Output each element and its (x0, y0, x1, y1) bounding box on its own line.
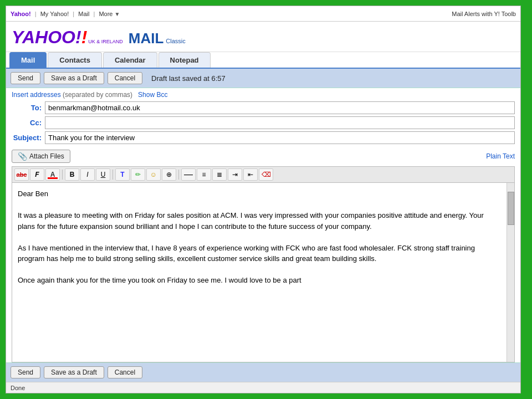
rte-highlight-btn[interactable]: ✏ (131, 168, 145, 181)
cancel-button-top[interactable]: Cancel (108, 72, 142, 84)
attach-area: 📎 Attach Files Plain Text (12, 149, 515, 164)
compose-form: Insert addresses (separated by commas) S… (6, 88, 520, 362)
to-label: To: (12, 104, 45, 112)
compose-toolbar-bottom: Send Save as a Draft Cancel (6, 362, 520, 382)
rte-list-btn[interactable]: ≣ (212, 168, 227, 181)
rte-toolbar: abc F A B I U T ✏ ☺ ⊕ — ≡ ≣ ⇥ ⇤ ⌫ (12, 166, 515, 182)
yahoo-text: YAHOO!! (12, 27, 87, 48)
send-button-bottom[interactable]: Send (11, 366, 40, 378)
mail-classic: Classic (166, 38, 185, 44)
sep3: | (93, 11, 95, 17)
scrollbar-track (507, 183, 514, 362)
tab-notepad[interactable]: Notepad (158, 52, 211, 68)
rte-italic-btn[interactable]: I (80, 168, 95, 181)
save-draft-button-top[interactable]: Save as a Draft (44, 72, 104, 84)
rte-sep1 (62, 170, 63, 180)
tab-calendar[interactable]: Calendar (103, 52, 157, 68)
top-bar: Yahoo! | My Yahoo! | Mail | More ▼ Mail … (6, 6, 520, 22)
rte-color-btn[interactable]: A (45, 168, 60, 181)
app-window: Yahoo! | My Yahoo! | Mail | More ▼ Mail … (6, 6, 521, 393)
attach-files-button[interactable]: 📎 Attach Files (12, 150, 70, 163)
email-body-wrapper (12, 182, 515, 362)
cancel-button-bottom[interactable]: Cancel (108, 366, 142, 378)
cc-row: Cc: (12, 116, 515, 129)
rte-sep3 (178, 170, 179, 180)
rte-textcolor2-btn[interactable]: T (115, 168, 130, 181)
attach-label: Attach Files (29, 152, 64, 160)
mail-text: MAIL (129, 30, 164, 47)
subject-row: Subject: (12, 131, 515, 144)
yahoo-link[interactable]: Yahoo! (11, 11, 31, 17)
plain-text-link[interactable]: Plain Text (486, 149, 515, 164)
mail-link[interactable]: Mail (78, 11, 89, 17)
status-text: Done (11, 385, 25, 391)
rte-emoji-btn[interactable]: ☺ (146, 168, 161, 181)
yahoo-logo: YAHOO!! UK & IRELAND MAIL Classic (12, 27, 186, 48)
rte-image-btn[interactable]: ⊕ (162, 168, 176, 181)
status-bar: Done (6, 382, 520, 393)
nav-tabs: Mail Contacts Calendar Notepad (6, 52, 520, 69)
cc-label: Cc: (12, 119, 45, 127)
to-field[interactable] (45, 101, 515, 114)
rte-indent-btn[interactable]: ⇥ (228, 168, 242, 181)
rte-align-btn[interactable]: ≡ (197, 168, 211, 181)
rte-font-btn[interactable]: F (30, 168, 44, 181)
save-draft-button-bottom[interactable]: Save as a Draft (44, 366, 104, 378)
insert-addresses-link[interactable]: Insert addresses (12, 91, 61, 99)
rte-hr-btn[interactable]: — (181, 168, 196, 181)
top-bar-right: Mail Alerts with Y! Toolb (452, 11, 516, 17)
paperclip-icon: 📎 (18, 152, 27, 161)
yahoo-sub: UK & IRELAND (88, 39, 123, 45)
tab-mail[interactable]: Mail (9, 52, 47, 68)
sep1: | (35, 11, 37, 17)
rte-sep2 (112, 170, 113, 180)
myyahoo-link[interactable]: My Yahoo! (40, 11, 69, 17)
to-row: To: (12, 101, 515, 114)
subject-label: Subject: (12, 134, 45, 142)
subject-field[interactable] (45, 131, 515, 144)
rte-bold-btn[interactable]: B (65, 168, 79, 181)
rte-clear-btn[interactable]: ⌫ (259, 168, 273, 181)
more-link[interactable]: More (99, 11, 112, 17)
email-body[interactable] (12, 183, 507, 362)
top-bar-left: Yahoo! | My Yahoo! | Mail | More ▼ (11, 11, 120, 17)
insert-hint: Insert addresses (separated by commas) S… (12, 88, 515, 101)
more-chevron: ▼ (115, 11, 120, 17)
cc-field[interactable] (45, 116, 515, 129)
show-bcc-link[interactable]: Show Bcc (138, 91, 167, 99)
rte-outdent-btn[interactable]: ⇤ (243, 168, 258, 181)
scrollbar-thumb[interactable] (508, 192, 514, 225)
draft-status: Draft last saved at 6:57 (151, 74, 226, 83)
rte-underline-btn[interactable]: U (96, 168, 110, 181)
send-button-top[interactable]: Send (11, 72, 40, 84)
compose-toolbar-top: Send Save as a Draft Cancel Draft last s… (6, 69, 520, 88)
rte-spell-btn[interactable]: abc (14, 168, 29, 181)
sep2: | (73, 11, 74, 17)
logo-area: YAHOO!! UK & IRELAND MAIL Classic (6, 22, 520, 52)
tab-contacts[interactable]: Contacts (48, 52, 102, 68)
